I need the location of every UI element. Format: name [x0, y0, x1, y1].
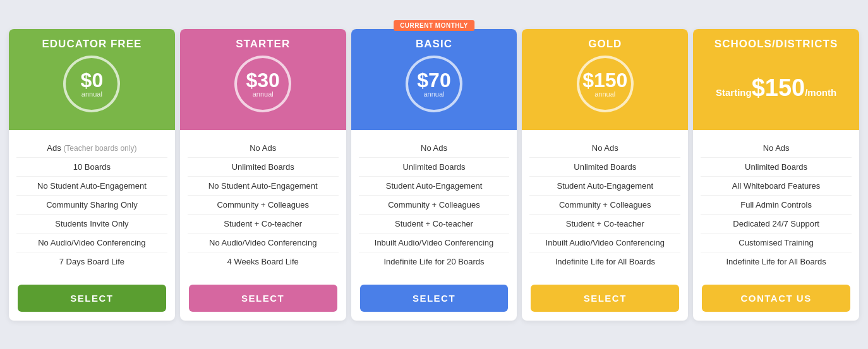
select-button-basic[interactable]: SELECT	[360, 285, 509, 312]
price-circle-educator: $0annual	[63, 56, 120, 112]
feature-item: No Student Auto-Engagement	[16, 177, 167, 196]
feature-item: Full Admin Controls	[701, 196, 852, 215]
select-button-schools[interactable]: CONTACT US	[702, 285, 850, 312]
plan-features-gold: No AdsUnlimited BoardsStudent Auto-Engag…	[522, 130, 688, 277]
select-button-starter[interactable]: SELECT	[189, 285, 337, 312]
feature-item: No Student Auto-Engagement	[188, 177, 339, 196]
plan-features-schools: No AdsUnlimited BoardsAll Whiteboard Fea…	[693, 130, 859, 277]
feature-item: Inbuilt Audio/Video Conferencing	[359, 234, 510, 252]
pricing-container: EDUCATOR FREE$0annualAds (Teacher boards…	[6, 29, 862, 321]
plan-header-educator: EDUCATOR FREE$0annual	[9, 29, 175, 130]
feature-item: No Ads	[188, 139, 339, 158]
select-button-educator[interactable]: SELECT	[18, 285, 166, 312]
plan-header-basic: CURRENT MONTHLYBASIC$70annual	[351, 29, 517, 130]
plan-card-gold: GOLD$150annualNo AdsUnlimited BoardsStud…	[522, 29, 688, 321]
plan-footer-educator: SELECT	[9, 277, 175, 321]
feature-item: Unlimited Boards	[701, 158, 852, 177]
select-button-gold[interactable]: SELECT	[531, 285, 679, 312]
feature-item: Student Auto-Engagement	[359, 177, 510, 196]
feature-item: Student Auto-Engagement	[529, 177, 680, 196]
feature-item: Community + Colleagues	[359, 196, 510, 215]
plan-features-basic: No AdsUnlimited BoardsStudent Auto-Engag…	[351, 130, 517, 277]
price-amount-basic: $70	[417, 70, 450, 90]
feature-item: Unlimited Boards	[188, 158, 339, 177]
price-period-starter: annual	[253, 90, 274, 98]
plan-title-starter: STARTER	[236, 38, 290, 50]
feature-item: No Ads	[529, 139, 680, 158]
plan-header-gold: GOLD$150annual	[522, 29, 688, 130]
plan-footer-basic: SELECT	[351, 277, 517, 321]
feature-item: Community Sharing Only	[16, 196, 167, 215]
plan-header-starter: STARTER$30annual	[180, 29, 346, 130]
price-circle-basic: $70annual	[406, 56, 462, 112]
price-period-basic: annual	[423, 90, 444, 98]
current-monthly-badge: CURRENT MONTHLY	[394, 20, 474, 31]
feature-item: Inbuilt Audio/Video Conferencing	[529, 234, 680, 252]
feature-item: Student + Co-teacher	[188, 215, 339, 234]
plan-header-schools: SCHOOLS/DISTRICTSStarting$150/month	[693, 29, 859, 130]
feature-item: All Whiteboard Features	[701, 177, 852, 196]
plan-card-schools: SCHOOLS/DISTRICTSStarting$150/monthNo Ad…	[693, 29, 859, 321]
feature-item: No Audio/Video Conferencing	[16, 234, 167, 252]
feature-item: Unlimited Boards	[529, 158, 680, 177]
feature-item: 7 Days Board Life	[16, 252, 167, 271]
feature-item: Ads (Teacher boards only)	[16, 139, 167, 158]
plan-title-schools: SCHOOLS/DISTRICTS	[714, 38, 838, 50]
feature-item: Indefinite Life for 20 Boards	[359, 252, 510, 271]
feature-item: No Audio/Video Conferencing	[188, 234, 339, 252]
feature-item: Unlimited Boards	[359, 158, 510, 177]
plan-features-starter: No AdsUnlimited BoardsNo Student Auto-En…	[180, 130, 346, 277]
schools-price: Starting$150/month	[716, 56, 836, 102]
plan-card-basic: CURRENT MONTHLYBASIC$70annualNo AdsUnlim…	[351, 29, 517, 321]
feature-item: Students Invite Only	[16, 215, 167, 234]
feature-item: Dedicated 24/7 Support	[701, 215, 852, 234]
plan-footer-schools: CONTACT US	[693, 277, 859, 321]
feature-item: Customised Training	[701, 234, 852, 252]
feature-item: Student + Co-teacher	[359, 215, 510, 234]
feature-item: Indefinite Life for All Boards	[529, 252, 680, 271]
price-period-gold: annual	[594, 90, 615, 98]
plan-card-starter: STARTER$30annualNo AdsUnlimited BoardsNo…	[180, 29, 346, 321]
feature-item: Community + Colleagues	[529, 196, 680, 215]
feature-item: No Ads	[359, 139, 510, 158]
price-amount-starter: $30	[246, 70, 279, 90]
price-amount-educator: $0	[81, 70, 104, 90]
price-period-educator: annual	[81, 90, 102, 98]
feature-item: Indefinite Life for All Boards	[701, 252, 852, 271]
plan-title-basic: BASIC	[416, 38, 452, 50]
plan-card-educator: EDUCATOR FREE$0annualAds (Teacher boards…	[9, 29, 175, 321]
plan-title-gold: GOLD	[588, 38, 622, 50]
price-circle-gold: $150annual	[577, 56, 634, 112]
price-circle-starter: $30annual	[234, 56, 291, 112]
plan-title-educator: EDUCATOR FREE	[42, 38, 142, 50]
feature-item: Student + Co-teacher	[529, 215, 680, 234]
price-amount-gold: $150	[582, 70, 627, 90]
feature-item: 4 Weeks Board Life	[188, 252, 339, 271]
plan-features-educator: Ads (Teacher boards only)10 BoardsNo Stu…	[9, 130, 175, 277]
feature-item: No Ads	[701, 139, 852, 158]
plan-footer-starter: SELECT	[180, 277, 346, 321]
feature-item: 10 Boards	[16, 158, 167, 177]
plan-footer-gold: SELECT	[522, 277, 688, 321]
feature-item: Community + Colleagues	[188, 196, 339, 215]
